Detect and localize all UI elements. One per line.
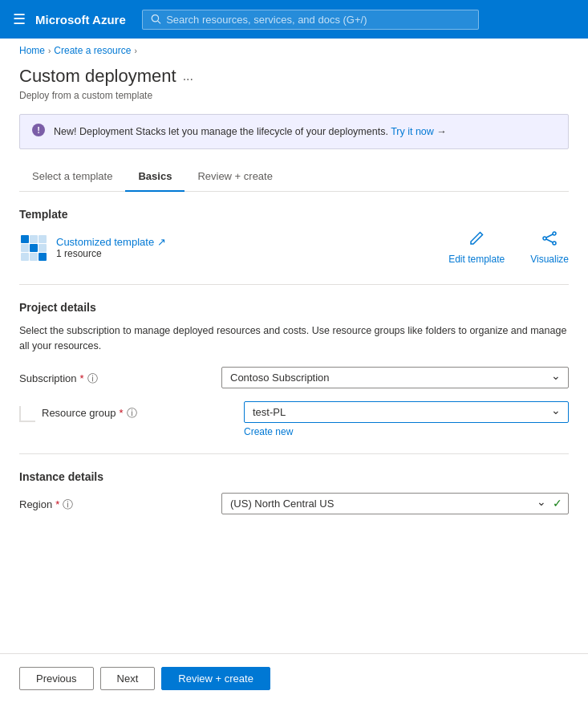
template-resource-count: 1 resource bbox=[56, 248, 166, 259]
subscription-select[interactable]: Contoso Subscription bbox=[221, 367, 569, 388]
svg-point-14 bbox=[553, 232, 556, 235]
edit-icon bbox=[468, 230, 485, 250]
template-grid-icon bbox=[19, 234, 48, 262]
svg-rect-8 bbox=[30, 244, 38, 252]
svg-rect-11 bbox=[30, 253, 38, 261]
subscription-label-cell: Subscription * ⓘ bbox=[19, 367, 212, 386]
region-input-cell: (US) North Central US ✓ bbox=[221, 493, 569, 514]
svg-point-15 bbox=[553, 242, 556, 245]
region-select[interactable]: (US) North Central US bbox=[221, 493, 569, 514]
region-label-cell: Region * ⓘ bbox=[19, 493, 212, 512]
page-subtitle: Deploy from a custom template bbox=[0, 90, 588, 114]
region-select-wrapper: (US) North Central US ✓ bbox=[221, 493, 569, 514]
resource-group-row: Resource group * ⓘ test-PL Create new bbox=[19, 401, 569, 437]
hamburger-menu-icon[interactable]: ☰ bbox=[13, 10, 26, 28]
edit-template-button[interactable]: Edit template bbox=[448, 230, 505, 265]
resource-group-required: * bbox=[120, 407, 124, 419]
section-divider-2 bbox=[19, 453, 569, 454]
template-row: Customized template ↗ 1 resource Edit te… bbox=[19, 230, 569, 265]
svg-rect-12 bbox=[39, 253, 47, 261]
project-details-title: Project details bbox=[19, 301, 569, 314]
svg-rect-10 bbox=[21, 253, 29, 261]
svg-rect-6 bbox=[39, 235, 47, 243]
page-title: Custom deployment bbox=[19, 66, 176, 87]
svg-line-16 bbox=[546, 234, 553, 238]
main-content: Template Customized template bbox=[0, 192, 588, 543]
resource-group-label-cell: Resource group * ⓘ bbox=[42, 401, 234, 421]
instance-details-title: Instance details bbox=[19, 470, 569, 483]
search-bar[interactable] bbox=[142, 10, 479, 30]
svg-rect-7 bbox=[21, 244, 29, 252]
svg-text:!: ! bbox=[37, 125, 40, 135]
subscription-required: * bbox=[80, 372, 84, 384]
resource-group-info-icon[interactable]: ⓘ bbox=[127, 406, 137, 421]
tab-bar: Select a template Basics Review + create bbox=[19, 162, 569, 192]
tab-select-template[interactable]: Select a template bbox=[19, 162, 125, 192]
page-menu-icon[interactable]: ... bbox=[183, 69, 193, 83]
previous-button[interactable]: Previous bbox=[19, 667, 94, 690]
region-row: Region * ⓘ (US) North Central US ✓ bbox=[19, 493, 569, 514]
visualize-button[interactable]: Visualize bbox=[530, 230, 569, 265]
resource-group-select-wrapper: test-PL bbox=[244, 401, 569, 423]
subscription-info-icon[interactable]: ⓘ bbox=[87, 372, 98, 386]
subscription-row: Subscription * ⓘ Contoso Subscription bbox=[19, 367, 569, 388]
resource-group-select[interactable]: test-PL bbox=[244, 401, 569, 423]
template-info: Customized template ↗ 1 resource bbox=[19, 234, 166, 262]
azure-logo: Microsoft Azure bbox=[35, 13, 126, 26]
visualize-icon bbox=[541, 230, 558, 250]
project-details-description: Select the subscription to manage deploy… bbox=[19, 323, 569, 354]
svg-line-1 bbox=[158, 21, 160, 23]
banner-try-link[interactable]: Try it now bbox=[391, 126, 434, 137]
review-create-button[interactable]: Review + create bbox=[161, 667, 270, 690]
resource-group-input-cell: test-PL Create new bbox=[244, 401, 569, 437]
template-name-link[interactable]: Customized template ↗ bbox=[56, 236, 166, 248]
top-navigation: ☰ Microsoft Azure bbox=[0, 0, 588, 39]
banner-icon: ! bbox=[31, 123, 46, 140]
region-info-icon[interactable]: ⓘ bbox=[63, 498, 73, 512]
breadcrumb-sep-2: › bbox=[134, 47, 136, 55]
search-input[interactable] bbox=[166, 14, 470, 26]
svg-rect-4 bbox=[21, 235, 29, 243]
breadcrumb-sep-1: › bbox=[48, 47, 51, 55]
svg-line-17 bbox=[546, 239, 553, 242]
next-button[interactable]: Next bbox=[100, 667, 156, 690]
template-section-title: Template bbox=[19, 208, 569, 221]
instance-details-section: Instance details Region * ⓘ (US) North C… bbox=[19, 470, 569, 514]
breadcrumb-create-resource[interactable]: Create a resource bbox=[54, 45, 131, 56]
svg-rect-9 bbox=[39, 244, 47, 252]
region-required: * bbox=[55, 498, 59, 510]
template-text: Customized template ↗ 1 resource bbox=[56, 236, 166, 259]
section-divider-1 bbox=[19, 284, 569, 285]
rg-indent-spacer bbox=[19, 401, 35, 422]
search-icon bbox=[151, 14, 161, 25]
page-header: Custom deployment ... bbox=[0, 59, 588, 90]
breadcrumb-home[interactable]: Home bbox=[19, 45, 45, 56]
breadcrumb: Home › Create a resource › bbox=[0, 39, 588, 59]
tab-basics[interactable]: Basics bbox=[125, 162, 185, 192]
deployment-stacks-banner: ! New! Deployment Stacks let you manage … bbox=[19, 114, 569, 149]
subscription-select-wrapper: Contoso Subscription bbox=[221, 367, 569, 388]
create-new-link[interactable]: Create new bbox=[244, 426, 569, 437]
svg-point-13 bbox=[543, 237, 546, 240]
svg-rect-5 bbox=[30, 235, 38, 243]
tab-review-create[interactable]: Review + create bbox=[185, 162, 286, 192]
svg-point-0 bbox=[152, 15, 158, 22]
banner-text: New! Deployment Stacks let you manage th… bbox=[54, 126, 447, 137]
footer: Previous Next Review + create bbox=[0, 653, 588, 703]
template-actions: Edit template Visualize bbox=[448, 230, 569, 265]
subscription-input-cell: Contoso Subscription bbox=[221, 367, 569, 388]
